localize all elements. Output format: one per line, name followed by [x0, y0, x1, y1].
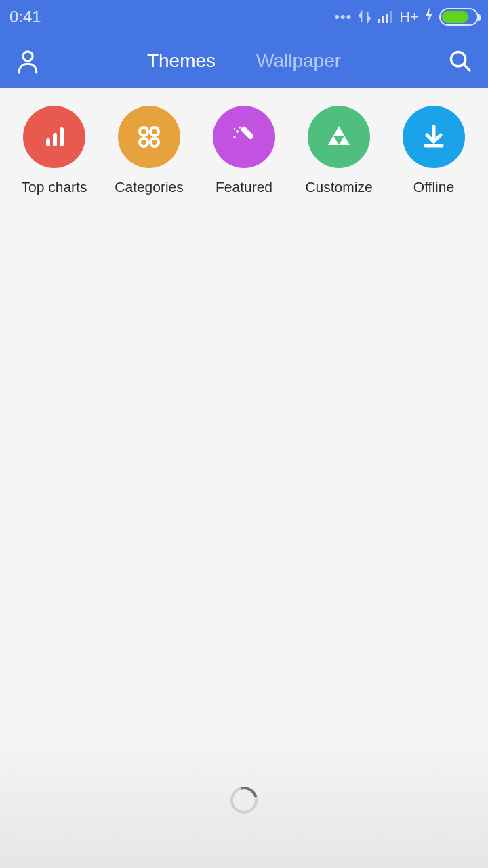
svg-rect-8	[53, 133, 57, 146]
top-charts-icon	[23, 106, 85, 168]
data-traffic-icon	[357, 9, 372, 24]
featured-icon	[213, 106, 275, 168]
content-area	[0, 195, 488, 868]
category-row: Top charts Categories Featured	[0, 88, 488, 195]
svg-point-10	[140, 127, 148, 136]
category-label: Categories	[115, 179, 184, 195]
network-type-label: H+	[399, 8, 419, 26]
category-offline[interactable]: Offline	[390, 106, 478, 195]
svg-point-16	[233, 136, 235, 138]
category-label: Top charts	[22, 179, 87, 195]
profile-button[interactable]	[16, 48, 57, 74]
battery-fill	[442, 11, 468, 23]
svg-rect-2	[386, 14, 388, 23]
svg-rect-14	[240, 125, 254, 140]
signal-strength-icon	[378, 9, 394, 24]
svg-point-4	[23, 52, 33, 61]
svg-rect-9	[60, 127, 64, 146]
svg-rect-1	[382, 16, 384, 23]
category-label: Offline	[413, 179, 454, 195]
person-icon	[16, 48, 39, 74]
svg-point-15	[236, 130, 239, 133]
svg-rect-0	[378, 19, 380, 23]
categories-icon	[118, 106, 180, 168]
svg-point-13	[150, 138, 159, 146]
app-header: Themes Wallpaper	[0, 34, 488, 88]
svg-line-6	[464, 65, 470, 71]
svg-rect-3	[390, 11, 392, 23]
svg-rect-7	[46, 138, 50, 146]
category-featured[interactable]: Featured	[200, 106, 288, 195]
more-dots-icon: •••	[334, 8, 352, 26]
category-label: Featured	[216, 179, 272, 195]
category-top-charts[interactable]: Top charts	[10, 106, 98, 195]
header-tabs: Themes Wallpaper	[57, 50, 431, 72]
svg-point-18	[234, 128, 235, 130]
svg-point-11	[150, 127, 159, 136]
status-bar: 0:41 ••• H+	[0, 0, 488, 34]
category-categories[interactable]: Categories	[105, 106, 193, 195]
search-button[interactable]	[431, 50, 472, 73]
svg-point-12	[140, 138, 148, 146]
offline-icon	[403, 106, 465, 168]
svg-point-17	[239, 126, 241, 128]
loading-spinner-icon	[226, 782, 263, 819]
search-icon	[449, 50, 472, 73]
category-customize[interactable]: Customize	[295, 106, 383, 195]
battery-icon	[439, 8, 479, 26]
status-right: ••• H+	[334, 7, 479, 26]
loading-area	[0, 732, 488, 868]
tab-themes[interactable]: Themes	[147, 50, 216, 72]
tab-wallpaper[interactable]: Wallpaper	[256, 50, 341, 72]
customize-icon	[308, 106, 370, 168]
status-time: 0:41	[9, 7, 41, 26]
category-label: Customize	[305, 179, 372, 195]
charging-icon	[424, 7, 434, 26]
